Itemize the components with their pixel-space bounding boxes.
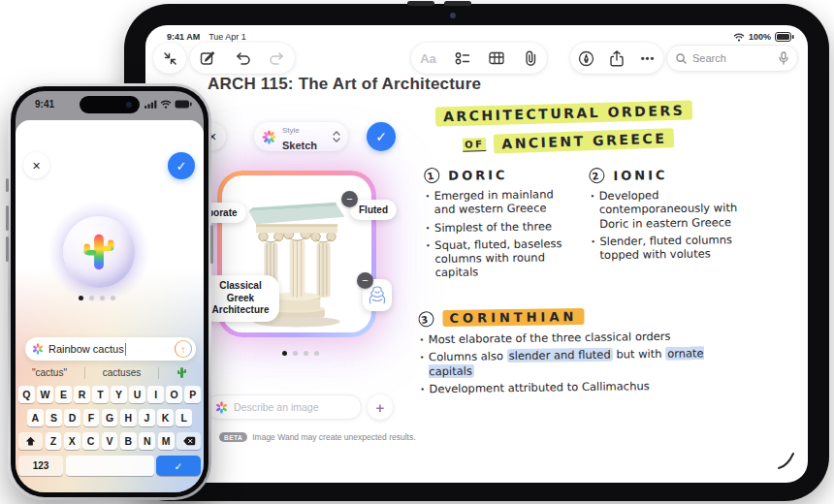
search-icon: [676, 53, 687, 64]
suggestion-cactus-emoji[interactable]: [176, 366, 187, 379]
iphone-volume-down-button: [6, 236, 9, 262]
keyboard-row-4: 123 ✓: [18, 456, 201, 476]
share-icon[interactable]: [602, 44, 631, 73]
divider: [158, 367, 159, 379]
key[interactable]: Y: [111, 386, 127, 403]
doric-bullets: Emerged in mainland and western GreeceSi…: [424, 187, 568, 280]
keyboard-row-2: ASDFGHJKL: [18, 409, 201, 426]
iphone-status-icons: [144, 100, 192, 109]
generate-button[interactable]: ↑: [175, 340, 192, 358]
ipad-device: 9:41 AM Tue Apr 1 100% Aa: [124, 4, 829, 501]
ipad-volume-button: [444, 1, 471, 6]
note-title: ARCH 115: The Art of Architecture: [208, 75, 481, 94]
tag-classical-greek-architecture[interactable]: Classical GreekArchitecture: [202, 275, 279, 322]
dictation-icon[interactable]: [779, 51, 788, 65]
text-format-icon[interactable]: Aa: [414, 44, 443, 73]
keyboard-row-3-letters: ZXCVBNM: [46, 432, 175, 450]
key[interactable]: S: [46, 409, 62, 426]
table-icon[interactable]: [482, 44, 511, 73]
note-bullet: Simplest of the three: [425, 219, 568, 235]
compose-icon[interactable]: [193, 44, 222, 73]
note-bullet: Developed contemporaneously with Doric i…: [590, 187, 746, 231]
corinthian-number: 3: [417, 310, 434, 328]
remove-tag-fluted-button[interactable]: −: [341, 191, 358, 207]
apple-intelligence-icon: [262, 130, 276, 144]
beta-badge: BETA: [219, 432, 247, 442]
notes-section-corinthian: 3CORINTHIAN Most elaborate of the three …: [418, 306, 754, 400]
notes-heading-line1: ARCHITECTURAL ORDERS: [435, 103, 693, 125]
return-key[interactable]: ✓: [156, 456, 201, 476]
suggestion-cactuses[interactable]: cactuses: [103, 367, 141, 378]
add-image-button[interactable]: +: [368, 394, 393, 420]
key[interactable]: E: [55, 386, 72, 403]
key[interactable]: R: [74, 386, 90, 403]
note-bullet: Most elaborate of the three classical or…: [419, 329, 744, 347]
screenshot-stage: 9:41 AM Tue Apr 1 100% Aa: [0, 0, 834, 504]
markup-pen-icon[interactable]: [571, 44, 600, 73]
key[interactable]: L: [176, 409, 192, 426]
checklist-icon[interactable]: [448, 44, 477, 73]
beta-disclaimer: BETA Image Wand may create unexpected re…: [219, 432, 416, 442]
key[interactable]: P: [184, 386, 201, 403]
genmoji-carousel-dots[interactable]: [79, 296, 115, 300]
redo-icon: [263, 44, 292, 73]
keyboard-row-3: ZXCVBNM: [18, 432, 201, 450]
key[interactable]: Z: [46, 432, 62, 450]
disclaimer-text: Image Wand may create unexpected results…: [252, 432, 415, 442]
ipad-status-bar-right: 100%: [733, 32, 794, 42]
space-key[interactable]: [66, 456, 154, 476]
key[interactable]: T: [92, 386, 109, 403]
backspace-key[interactable]: [176, 432, 201, 450]
key[interactable]: N: [139, 432, 155, 450]
ipad-clock: 9:41 AM: [167, 32, 200, 42]
key[interactable]: G: [102, 409, 118, 426]
toolbar-format-pill: Aa: [411, 43, 547, 74]
front-camera: [126, 102, 132, 108]
imagewand-accept-button[interactable]: ✓: [367, 122, 396, 151]
key[interactable]: H: [120, 409, 137, 426]
genmoji-close-button[interactable]: ×: [23, 152, 49, 178]
key[interactable]: W: [37, 386, 53, 403]
genmoji-preview-bubble[interactable]: [63, 216, 135, 288]
key[interactable]: V: [102, 432, 118, 450]
dynamic-island: [80, 96, 140, 113]
key[interactable]: X: [64, 432, 80, 450]
notes-section-ionic: 2IONIC Developed contemporaneously with …: [589, 166, 762, 267]
attachment-icon[interactable]: [516, 44, 545, 73]
describe-image-placeholder: Describe an image: [234, 401, 319, 413]
key[interactable]: A: [27, 409, 44, 426]
toolbar-collapse-pill: [153, 43, 186, 74]
shift-key[interactable]: [18, 432, 43, 450]
key[interactable]: D: [64, 409, 80, 426]
image-carousel-dots[interactable]: [282, 351, 319, 356]
collapse-icon[interactable]: [155, 44, 184, 73]
key[interactable]: B: [120, 432, 137, 450]
ipad-camera: [450, 13, 456, 18]
undo-icon[interactable]: [228, 44, 257, 73]
style-picker-text: StyleSketch: [282, 120, 327, 153]
key[interactable]: J: [139, 409, 155, 426]
genmoji-accept-button[interactable]: ✓: [168, 152, 195, 179]
key[interactable]: U: [129, 386, 145, 403]
key[interactable]: C: [82, 432, 99, 450]
numbers-key[interactable]: 123: [18, 456, 63, 476]
wifi-icon: [160, 100, 172, 109]
search-field[interactable]: Search: [666, 45, 798, 72]
key[interactable]: F: [83, 409, 100, 426]
key[interactable]: Q: [18, 386, 35, 403]
key[interactable]: K: [157, 409, 174, 426]
note-bullet: Slender, fluted columns topped with volu…: [590, 233, 745, 263]
keyboard: QWERTYUIOP ASDFGHJKL ZXCVBNM 123 ✓: [18, 386, 201, 476]
more-icon[interactable]: •••: [633, 44, 662, 73]
key[interactable]: M: [158, 432, 175, 450]
key[interactable]: O: [166, 386, 182, 403]
tag-fluted[interactable]: Fluted: [350, 200, 397, 220]
describe-image-input[interactable]: Describe an image: [207, 394, 362, 420]
style-picker[interactable]: StyleSketch: [254, 122, 348, 151]
key[interactable]: I: [147, 386, 164, 403]
genmoji-prompt-input[interactable]: Rainbow cactus ↑: [25, 337, 196, 361]
note-bullet: Columns also slender and fluted but with…: [419, 346, 744, 378]
notes-heading-of: of: [463, 138, 487, 152]
remove-sketch-button[interactable]: −: [357, 272, 373, 289]
suggestion-cactus-quoted[interactable]: "cactus": [32, 367, 67, 378]
